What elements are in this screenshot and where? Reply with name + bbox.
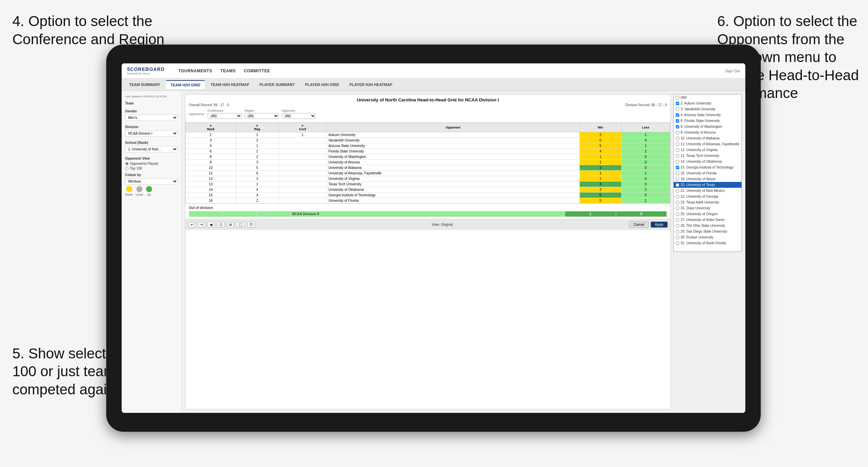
dropdown-checkbox[interactable]: [676, 242, 679, 245]
dropdown-label: 23. Texas A&M University: [681, 200, 719, 204]
dropdown-checkbox[interactable]: [676, 177, 679, 181]
toolbar-clock[interactable]: ⏱: [247, 222, 255, 228]
division-select[interactable]: NCAA Division I: [125, 130, 178, 137]
dropdown-checkbox[interactable]: [676, 212, 679, 216]
dropdown-checkbox[interactable]: [676, 125, 679, 128]
dropdown-item[interactable]: 27. University of Notre Dame: [674, 217, 742, 223]
dropdown-item[interactable]: 3. Vanderbilt University: [674, 106, 742, 112]
nav-signout[interactable]: Sign Out: [725, 69, 740, 73]
dropdown-checkbox[interactable]: [676, 131, 679, 134]
dropdown-checkbox[interactable]: [676, 113, 679, 117]
dropdown-item[interactable]: 6. Florida State University: [674, 118, 742, 124]
dropdown-checkbox[interactable]: [676, 154, 679, 158]
cell-win: 1: [579, 154, 621, 160]
dropdown-item[interactable]: 8. University of Washington: [674, 124, 742, 130]
tab-player-h2h-heatmap[interactable]: PLAYER H2H HEATMAP: [345, 81, 397, 89]
dropdown-item[interactable]: 22. University of Georgia: [674, 194, 742, 199]
cell-team: Vanderbilt University: [327, 138, 579, 143]
toolbar-undo[interactable]: ↩: [188, 222, 196, 228]
apply-button[interactable]: Apply: [651, 222, 668, 228]
cell-loss: 0: [621, 176, 670, 182]
dropdown-item[interactable]: 10. University of Alabama: [674, 135, 742, 141]
dropdown-checkbox[interactable]: [676, 166, 679, 169]
nav-teams[interactable]: TEAMS: [220, 67, 236, 75]
dropdown-checkbox[interactable]: [676, 201, 679, 204]
dropdown-item[interactable]: 9. University of Arizona: [674, 130, 742, 135]
gender-select[interactable]: Men's: [125, 114, 178, 121]
dropdown-item[interactable]: 29. San Diego State University: [674, 229, 742, 234]
dropdown-item[interactable]: 14. University of Oklahoma: [674, 159, 742, 164]
colour-select[interactable]: Win/loss: [125, 178, 178, 185]
dropdown-item[interactable]: 31. University of North Florida: [674, 240, 742, 246]
tab-team-h2h-heatmap[interactable]: TEAM H2H HEATMAP: [206, 81, 254, 89]
od-loss: 0: [616, 211, 667, 217]
cancel-button[interactable]: Cancel: [629, 221, 649, 228]
dropdown-checkbox[interactable]: [676, 102, 679, 105]
dropdown-label: 27. University of Notre Dame: [681, 218, 724, 222]
school-select[interactable]: 1. University of Nort...: [125, 146, 178, 152]
dropdown-item[interactable]: 20. University of Texas: [674, 182, 742, 188]
dropdown-item[interactable]: 13. Texas Tech University: [674, 153, 742, 159]
dropdown-checkbox[interactable]: [676, 195, 679, 198]
dropdown-item[interactable]: 28. The Ohio State University: [674, 223, 742, 229]
dropdown-checkbox[interactable]: [676, 137, 679, 140]
dropdown-checkbox[interactable]: [676, 172, 679, 175]
cell-reg: 2: [236, 138, 279, 143]
nav-tournaments[interactable]: TOURNAMENTS: [179, 67, 212, 75]
dropdown-item[interactable]: 11. University of Arkansas, Fayetteville: [674, 141, 742, 147]
dropdown-item[interactable]: 30. Purdue University: [674, 234, 742, 240]
col-reg: #Reg: [236, 123, 279, 132]
dropdown-checkbox[interactable]: [676, 218, 679, 222]
dropdown-item[interactable]: (All): [674, 95, 742, 100]
dropdown-item[interactable]: 23. Texas A&M University: [674, 199, 742, 205]
dropdown-label: 24. Duke University: [681, 206, 710, 210]
dropdown-item[interactable]: 25. University of Oregon: [674, 211, 742, 217]
tab-player-h2h-grid[interactable]: PLAYER H2H GRID: [300, 81, 344, 89]
dropdown-label: 11. University of Arkansas, Fayetteville: [681, 142, 739, 146]
region-select[interactable]: (All): [245, 113, 279, 119]
toolbar-back[interactable]: ◀: [207, 222, 215, 228]
tab-player-summary[interactable]: PLAYER SUMMARY: [255, 81, 299, 89]
radio-top100[interactable]: Top 100: [125, 167, 178, 170]
dropdown-item[interactable]: 16. University of Florida: [674, 170, 742, 176]
dropdown-checkbox[interactable]: [676, 207, 679, 210]
dropdown-checkbox[interactable]: [676, 236, 679, 239]
dropdown-checkbox[interactable]: [676, 160, 679, 163]
dropdown-item[interactable]: 24. Duke University: [674, 205, 742, 211]
dropdown-checkbox[interactable]: [676, 224, 679, 228]
tab-team-h2h-grid[interactable]: TEAM H2H GRID: [166, 80, 205, 89]
cell-rank: 14: [186, 187, 236, 193]
dropdown-item[interactable]: 18. University of Illinois: [674, 176, 742, 182]
tab-team-summary[interactable]: TEAM SUMMARY: [124, 81, 165, 89]
table-row: 16 2 University of Florida 5 1: [186, 198, 670, 204]
toolbar-paste[interactable]: 📋: [236, 222, 245, 228]
dropdown-label: 25. University of Oregon: [681, 212, 718, 216]
dropdown-item[interactable]: 12. University of Virginia: [674, 147, 742, 153]
cell-team: University of Arkansas, Fayetteville: [327, 171, 579, 176]
cell-team: University of Oklahoma: [327, 187, 579, 193]
dropdown-item[interactable]: 21. University of New Mexico: [674, 188, 742, 194]
toolbar-forward[interactable]: ⬡: [217, 222, 225, 228]
toolbar-redo[interactable]: ↪: [198, 222, 205, 228]
dropdown-checkbox[interactable]: [676, 108, 679, 111]
dropdown-checkbox[interactable]: [676, 119, 679, 123]
dropdown-checkbox[interactable]: [676, 189, 679, 193]
dropdown-item[interactable]: 2. Auburn University: [674, 100, 742, 106]
dropdown-item[interactable]: 15. Georgia Institute of Technology: [674, 164, 742, 170]
opponent-select[interactable]: (All): [282, 113, 316, 119]
table-row: 13 1 Texas Tech University 3 0: [186, 182, 670, 187]
radio-opponents-played[interactable]: Opponents Played: [125, 162, 178, 165]
dropdown-checkbox[interactable]: [676, 96, 679, 99]
division-record: Division Record: 88 - 17 - 0: [625, 103, 667, 107]
conference-select[interactable]: (All): [208, 113, 242, 119]
dropdown-item[interactable]: 4. Arizona State University: [674, 112, 742, 118]
cell-reg: 1: [236, 182, 279, 187]
dropdown-checkbox[interactable]: [676, 148, 679, 152]
nav-committee[interactable]: COMMITTEE: [244, 67, 270, 75]
opponent-dropdown[interactable]: (All)2. Auburn University3. Vanderbilt U…: [673, 94, 742, 252]
dropdown-checkbox[interactable]: [676, 230, 679, 233]
toolbar-copy[interactable]: ⧉: [227, 222, 234, 228]
cell-conf: [279, 149, 327, 154]
dropdown-checkbox[interactable]: [676, 183, 679, 187]
dropdown-checkbox[interactable]: [676, 143, 679, 146]
